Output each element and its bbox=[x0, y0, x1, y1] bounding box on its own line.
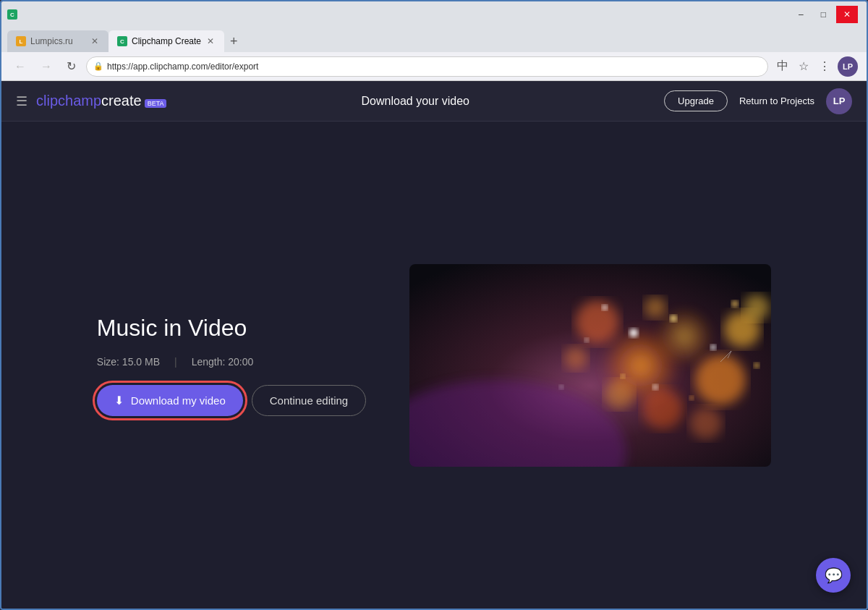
video-size: Size: 15.0 MB bbox=[97, 356, 160, 368]
svg-point-9 bbox=[605, 380, 634, 409]
download-icon: ⬇ bbox=[114, 394, 124, 407]
lock-icon: 🔒 bbox=[93, 62, 103, 71]
user-avatar[interactable]: LP bbox=[826, 88, 852, 114]
return-to-projects-button[interactable]: Return to Projects bbox=[739, 96, 814, 106]
svg-point-11 bbox=[744, 295, 770, 321]
forward-button[interactable]: → bbox=[36, 57, 56, 76]
logo-beta: BETA bbox=[145, 99, 167, 108]
logo-clipchamp: clipchamp bbox=[36, 93, 101, 109]
svg-point-15 bbox=[670, 315, 677, 322]
chat-icon: 💬 bbox=[825, 567, 843, 584]
svg-point-12 bbox=[564, 347, 587, 370]
svg-point-24 bbox=[559, 385, 563, 389]
video-thumbnail bbox=[409, 264, 771, 467]
svg-point-6 bbox=[576, 300, 619, 344]
svg-point-21 bbox=[689, 396, 694, 400]
svg-point-4 bbox=[655, 308, 713, 365]
tab-lumpics-label: Lumpics.ru bbox=[30, 36, 85, 46]
video-preview-svg bbox=[409, 264, 771, 467]
svg-point-20 bbox=[652, 384, 658, 390]
tab-clipchamp-label: Clipchamp Create bbox=[132, 36, 201, 46]
left-panel: Music in Video Size: 15.0 MB | Length: 2… bbox=[97, 315, 366, 416]
chat-bubble[interactable]: 💬 bbox=[816, 558, 851, 593]
svg-point-8 bbox=[642, 389, 683, 429]
page-title: Download your video bbox=[166, 95, 664, 108]
bookmark-icon-button[interactable]: ☆ bbox=[796, 56, 812, 76]
video-length: Length: 20:00 bbox=[192, 356, 254, 368]
svg-point-16 bbox=[710, 344, 716, 350]
tab-lumpics-close[interactable]: ✕ bbox=[90, 35, 100, 48]
svg-point-5 bbox=[695, 355, 746, 405]
new-tab-button[interactable]: + bbox=[224, 30, 244, 52]
svg-point-13 bbox=[644, 297, 666, 318]
svg-point-17 bbox=[731, 300, 739, 308]
svg-point-18 bbox=[602, 305, 608, 310]
translate-icon-button[interactable]: 中 bbox=[774, 56, 791, 77]
refresh-button[interactable]: ↻ bbox=[62, 56, 80, 76]
download-button-label: Download my video bbox=[131, 394, 226, 407]
logo-create: create bbox=[101, 93, 142, 109]
back-button[interactable]: ← bbox=[10, 57, 30, 76]
app-header: ☰ clipchampcreateBETA Download your vide… bbox=[1, 81, 867, 122]
tab-lumpics[interactable]: L Lumpics.ru ✕ bbox=[7, 30, 109, 52]
tab-clipchamp-close[interactable]: ✕ bbox=[205, 35, 216, 48]
svg-point-22 bbox=[584, 338, 589, 342]
svg-point-14 bbox=[629, 329, 638, 337]
svg-text:C: C bbox=[10, 12, 14, 18]
continue-editing-button[interactable]: Continue editing bbox=[252, 385, 366, 416]
download-video-button[interactable]: ⬇ Download my video bbox=[97, 385, 243, 416]
svg-point-19 bbox=[621, 374, 625, 378]
maximize-button[interactable]: □ bbox=[814, 6, 833, 23]
browser-menu-button[interactable]: ⋮ bbox=[816, 56, 833, 76]
close-button[interactable]: ✕ bbox=[836, 6, 858, 23]
browser-user-avatar[interactable]: LP bbox=[838, 56, 858, 77]
svg-point-10 bbox=[690, 407, 722, 439]
meta-divider: | bbox=[174, 356, 177, 368]
tab-clipchamp[interactable]: C Clipchamp Create ✕ bbox=[109, 30, 224, 52]
menu-icon[interactable]: ☰ bbox=[16, 93, 27, 109]
video-title: Music in Video bbox=[97, 315, 366, 342]
svg-point-23 bbox=[754, 363, 760, 368]
logo: clipchampcreateBETA bbox=[36, 93, 166, 109]
clipchamp-favicon-small: C bbox=[7, 9, 17, 20]
address-bar-input[interactable] bbox=[86, 56, 768, 77]
minimize-button[interactable]: – bbox=[791, 6, 811, 23]
upgrade-button[interactable]: Upgrade bbox=[664, 90, 728, 111]
